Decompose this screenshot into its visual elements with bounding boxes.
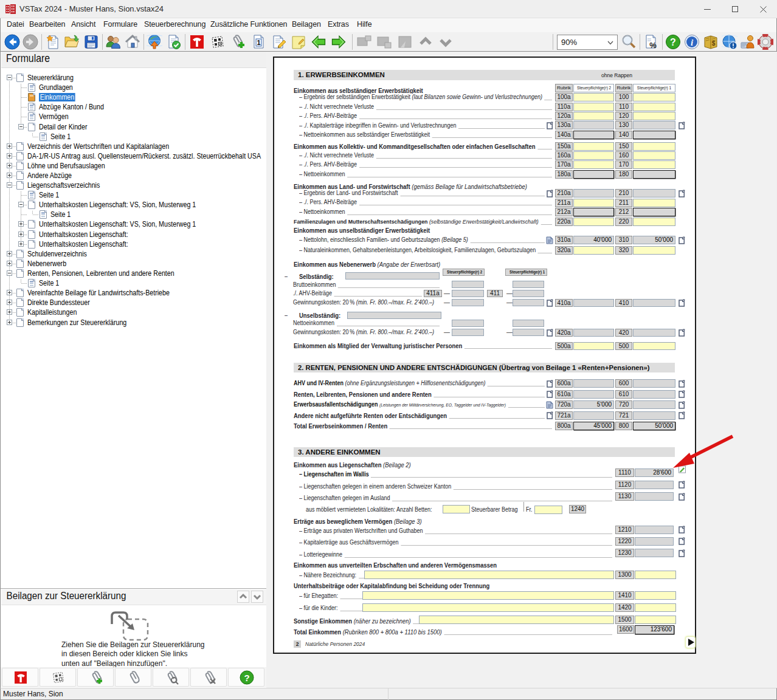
svg-text:$: $ [712,40,716,47]
svg-text:1: 1 [257,39,260,46]
svg-text:%: % [649,41,657,50]
svg-text:?: ? [244,673,249,683]
svg-text:?: ? [670,37,676,47]
